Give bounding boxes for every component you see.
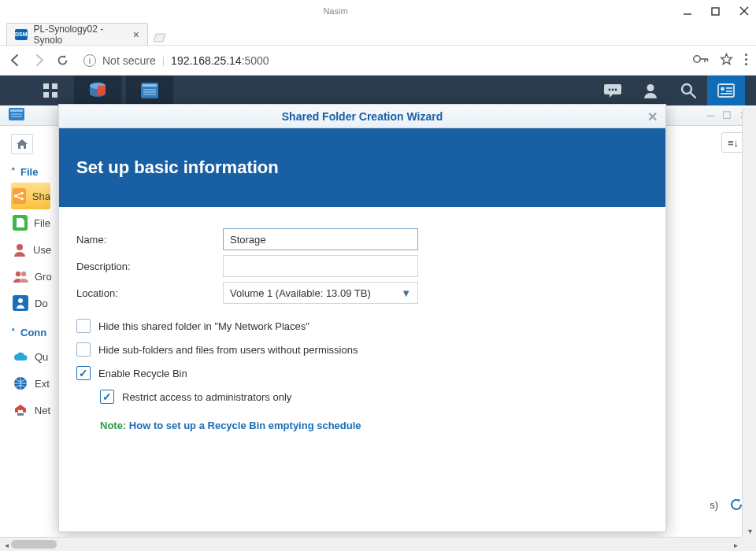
sidebar-section-connectivity[interactable]: ˄ Conn xyxy=(11,321,50,343)
sidebar-item-group[interactable]: Gro xyxy=(11,263,50,290)
location-selected-value: Volume 1 (Available: 13.09 TB) xyxy=(230,287,371,299)
wizard-close-icon[interactable]: ✕ xyxy=(647,109,658,124)
browser-forward-button[interactable] xyxy=(32,54,46,68)
tab-close-icon[interactable]: × xyxy=(133,28,139,41)
recycle-bin-help-link[interactable]: How to set up a Recycle Bin emptying sch… xyxy=(129,420,361,431)
svg-point-29 xyxy=(721,87,724,91)
globe-icon xyxy=(13,375,28,391)
browser-menu-icon[interactable] xyxy=(744,53,748,68)
browser-tab[interactable]: DSM PL-Synology02 - Synolo × xyxy=(6,23,148,45)
tab-title: PL-Synology02 - Synolo xyxy=(34,24,127,46)
browser-back-button[interactable] xyxy=(8,54,22,68)
sidebar-section-label: Conn xyxy=(20,327,46,338)
tab-favicon: DSM xyxy=(15,29,28,40)
restrict-admin-label: Restrict access to administrators only xyxy=(122,391,291,403)
panel-minimize-icon[interactable]: ─ xyxy=(707,109,714,121)
sidebar: ˄ File Sha File Use Gro xyxy=(0,126,57,532)
svg-point-25 xyxy=(647,84,654,91)
scroll-corner xyxy=(742,537,756,551)
svg-point-23 xyxy=(612,89,614,91)
dsm-search-icon[interactable] xyxy=(669,76,707,105)
browser-reload-button[interactable] xyxy=(55,54,69,68)
sidebar-item-label: Sha xyxy=(32,190,50,202)
browser-tabbar: DSM PL-Synology02 - Synolo × xyxy=(0,22,756,46)
window-minimize-button[interactable] xyxy=(682,6,693,17)
horizontal-scroll-thumb[interactable] xyxy=(11,540,57,549)
sidebar-item-external-access[interactable]: Ext xyxy=(11,370,50,397)
cloud-icon xyxy=(13,349,28,364)
name-input[interactable] xyxy=(223,228,418,250)
dsm-main-menu-button[interactable] xyxy=(32,76,69,105)
sidebar-section-label: File xyxy=(20,166,38,178)
svg-point-8 xyxy=(745,53,747,55)
location-select[interactable]: Volume 1 (Available: 13.09 TB) ▼ xyxy=(223,282,418,304)
hide-folder-checkbox[interactable] xyxy=(76,319,91,333)
sidebar-item-label: Qu xyxy=(35,351,48,363)
svg-rect-47 xyxy=(17,413,24,416)
sidebar-item-file-services[interactable]: File xyxy=(11,209,50,236)
wizard-header: Set up basic information xyxy=(59,128,665,207)
sidebar-item-label: Net xyxy=(35,405,50,416)
restrict-admin-checkbox[interactable] xyxy=(100,390,114,404)
svg-point-45 xyxy=(18,298,23,303)
sidebar-item-shared-folder[interactable]: Sha xyxy=(11,183,50,209)
breadcrumb-home-button[interactable] xyxy=(11,134,33,154)
sidebar-item-user[interactable]: Use xyxy=(11,236,50,263)
browser-address-bar: i Not secure | 192.168.25.14:5000 xyxy=(0,46,756,76)
svg-rect-14 xyxy=(52,92,57,98)
dsm-user-icon[interactable] xyxy=(632,76,669,105)
address-container[interactable]: i Not secure | 192.168.25.14:5000 xyxy=(79,50,684,72)
sidebar-item-network[interactable]: Net xyxy=(11,397,50,423)
enable-recycle-label: Enable Recycle Bin xyxy=(98,368,187,379)
window-owner-name: Nasim xyxy=(323,6,347,16)
svg-line-27 xyxy=(691,93,695,98)
new-tab-button[interactable] xyxy=(151,31,167,45)
not-secure-label: Not secure xyxy=(102,54,156,67)
item-count-suffix: s) xyxy=(710,499,718,511)
svg-rect-1 xyxy=(712,8,719,15)
user-icon xyxy=(13,242,27,257)
panel-maximize-icon[interactable]: ☐ xyxy=(722,109,732,121)
horizontal-scrollbar[interactable]: ◂ ▸ xyxy=(0,537,756,551)
network-icon xyxy=(13,402,28,418)
window-maximize-button[interactable] xyxy=(710,6,721,17)
svg-line-40 xyxy=(17,194,21,195)
svg-rect-34 xyxy=(10,109,23,112)
sidebar-section-file[interactable]: ˄ File xyxy=(11,161,50,183)
window-close-button[interactable] xyxy=(739,6,750,17)
scroll-down-arrow[interactable]: ▾ xyxy=(743,524,756,537)
description-input[interactable] xyxy=(223,255,418,277)
sidebar-item-quickconnect[interactable]: Qu xyxy=(11,343,50,370)
sidebar-item-label: Gro xyxy=(35,271,52,283)
location-field-label: Location: xyxy=(76,287,223,299)
svg-rect-32 xyxy=(721,93,732,94)
chevron-up-icon: ˄ xyxy=(11,327,16,338)
sidebar-item-label: File xyxy=(34,217,50,229)
svg-point-42 xyxy=(17,244,23,250)
dsm-widget-icon[interactable] xyxy=(707,76,745,105)
sidebar-item-label: Do xyxy=(35,298,48,309)
description-field-label: Description: xyxy=(76,261,223,272)
bookmark-star-icon[interactable] xyxy=(720,53,733,68)
saved-password-icon[interactable] xyxy=(693,54,709,66)
dsm-panel-app-icon xyxy=(8,107,25,124)
sidebar-item-label: Use xyxy=(33,244,51,256)
enable-recycle-checkbox[interactable] xyxy=(76,366,91,380)
vertical-scrollbar[interactable]: ▾ xyxy=(742,108,756,537)
dsm-app-storage-manager-icon[interactable] xyxy=(74,76,121,105)
file-services-icon xyxy=(13,215,28,231)
url-host: 192.168.25.14 xyxy=(171,54,242,67)
hide-subfolders-label: Hide sub-folders and files from users wi… xyxy=(98,344,358,356)
sidebar-item-domain[interactable]: Do xyxy=(11,290,50,316)
group-icon xyxy=(13,268,28,284)
dsm-app-control-panel-icon[interactable] xyxy=(126,76,173,105)
site-info-icon[interactable]: i xyxy=(83,54,96,67)
hide-subfolders-checkbox[interactable] xyxy=(76,342,91,357)
svg-point-22 xyxy=(609,89,611,91)
dsm-notifications-icon[interactable] xyxy=(594,76,632,105)
scroll-right-arrow[interactable]: ▸ xyxy=(729,538,742,551)
svg-point-4 xyxy=(694,56,700,62)
name-field-label: Name: xyxy=(76,234,223,246)
svg-rect-11 xyxy=(43,83,49,89)
note-label: Note: xyxy=(100,420,126,431)
